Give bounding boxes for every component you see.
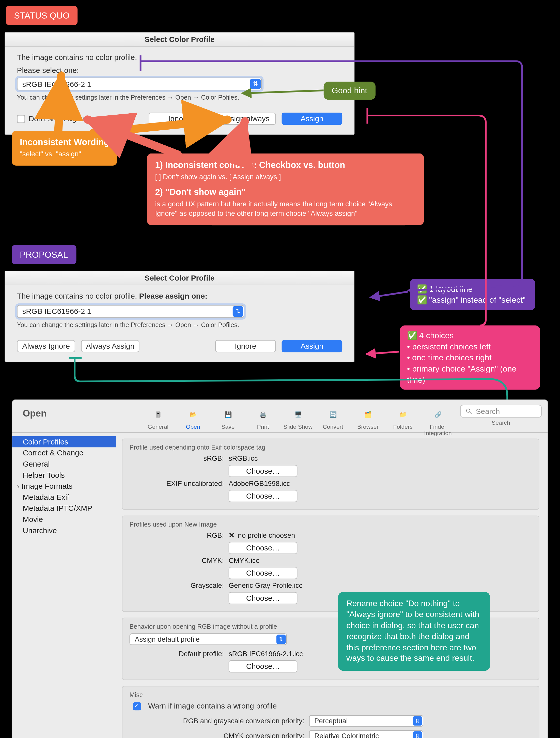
gray-key: Grayscale:: [129, 582, 228, 590]
exif-value: AdobeRGB1998.icc: [229, 479, 532, 487]
open-folder-icon: 📂: [185, 406, 201, 422]
purple-line-2: "assign" instead of "select": [417, 295, 528, 306]
red-body-2: is a good UX pattern but here it actuall…: [155, 199, 416, 218]
color-profile-select[interactable]: sRGB IEC61966-2.1 ⇅: [17, 77, 262, 90]
tool-convert[interactable]: 🔄Convert: [316, 405, 351, 436]
search-label: Search: [492, 419, 510, 426]
ignore-button[interactable]: Ignore: [149, 112, 209, 125]
cmyk-priority-key: CMYK conversion priority:: [129, 732, 305, 738]
svg-line-4: [470, 412, 472, 414]
sidebar-item-unarchive[interactable]: Unarchive: [12, 525, 116, 536]
preferences-search[interactable]: Search: [460, 405, 542, 417]
cmyk-value: CMYK.icc: [229, 556, 532, 565]
dialog-message-1: The image contains no color profile.: [17, 53, 343, 63]
default-profile-key: Default profile:: [129, 650, 228, 658]
red-title-2: 2) "Don't show again": [155, 186, 416, 198]
default-choose-button[interactable]: Choose…: [229, 660, 298, 672]
status-quo-dialog: Select Color Profile The image contains …: [5, 32, 355, 135]
sidebar-item-helper-tools[interactable]: Helper Tools: [12, 469, 116, 480]
exif-choose-button[interactable]: Choose…: [229, 490, 298, 502]
pink-b1: • persistent choices left: [407, 341, 533, 352]
tool-print[interactable]: 🖨️Print: [245, 405, 281, 436]
pink-b3: • primary choice "Assign" (one time): [407, 363, 533, 385]
srgb-key: sRGB:: [129, 454, 228, 462]
rgb-value: no profile choosen: [229, 531, 532, 539]
dialog-hint: You can change the settings later in the…: [17, 94, 343, 101]
tool-folders[interactable]: 📁Folders: [386, 405, 421, 436]
dont-show-again-checkbox[interactable]: Don't show again: [17, 114, 87, 123]
cmyk-key: CMYK:: [129, 556, 228, 565]
inconsistent-wording-annotation: Inconsistent Wording "select" vs. "assig…: [12, 131, 117, 166]
save-icon: 💾: [220, 406, 236, 422]
tool-open[interactable]: 📂Open: [175, 405, 211, 436]
preferences-window: Open 🎚️General 📂Open 💾Save 🖨️Print 🖥️Sli…: [12, 399, 548, 738]
red-annotation: 1) Inconsistent controls: Checkbox vs. b…: [147, 153, 424, 225]
good-hint-annotation: Good hint: [324, 82, 376, 100]
assign-always-button[interactable]: Assign always: [215, 112, 276, 125]
preferences-sidebar: Color Profiles Correct & Change General …: [12, 433, 116, 738]
tool-finder-integration[interactable]: 🔗Finder Integration: [421, 405, 456, 436]
checkbox-icon: [17, 115, 25, 123]
tool-browser[interactable]: 🗂️Browser: [351, 405, 386, 436]
red-title-1: 1) Inconsistent controls: Checkbox vs. b…: [155, 159, 416, 171]
tool-general[interactable]: 🎚️General: [140, 405, 175, 436]
dialog-title-proposal: Select Color Profile: [5, 271, 354, 285]
pink-annotation: 4 choices • persistent choices left • on…: [400, 326, 540, 390]
updown-icon: ⇅: [413, 716, 422, 726]
search-icon: [465, 408, 472, 415]
cmyk-priority-select[interactable]: Relative Colorimetric ⇅: [309, 730, 423, 738]
purple-line-1: 1 layout line: [417, 283, 528, 294]
tool-save[interactable]: 💾Save: [210, 405, 245, 436]
proposal-color-profile-value: sRGB IEC61966-2.1: [22, 307, 91, 315]
proposal-color-profile-select[interactable]: sRGB IEC61966-2.1 ⇅: [17, 305, 244, 317]
orange-title: Inconsistent Wording: [20, 136, 109, 148]
proposal-ignore-button[interactable]: Ignore: [215, 340, 276, 352]
slider-icon: 🎚️: [150, 406, 166, 422]
updown-icon: ⇅: [413, 731, 422, 738]
red-sub-1: [ ] Don't show again vs. [ Assign always…: [155, 172, 416, 182]
proposal-dialog: Select Color Profile The image contains …: [5, 271, 355, 362]
always-ignore-button[interactable]: Always Ignore: [17, 340, 75, 352]
panel4-heading: Misc: [129, 691, 532, 698]
rgb-choose-button[interactable]: Choose…: [229, 542, 298, 554]
sidebar-item-general[interactable]: General: [12, 458, 116, 470]
orange-sub: "select" vs. "assign": [20, 149, 109, 159]
proposal-assign-button[interactable]: Assign: [282, 340, 342, 352]
proposal-hint: You can change the settings later in the…: [17, 321, 343, 328]
sidebar-item-image-formats[interactable]: Image Formats: [12, 480, 116, 492]
dialog-message-2: Please select one:: [17, 65, 343, 75]
gray-choose-button[interactable]: Choose…: [229, 592, 298, 604]
slideshow-icon: 🖥️: [290, 406, 306, 422]
updown-icon: ⇅: [276, 635, 286, 644]
gray-value: Generic Gray Profile.icc: [229, 582, 532, 590]
folder-icon: 📁: [395, 406, 411, 422]
sidebar-item-movie[interactable]: Movie: [12, 514, 116, 525]
assign-button[interactable]: Assign: [282, 112, 342, 125]
rgb-priority-select[interactable]: Perceptual ⇅: [309, 715, 423, 727]
panel1-heading: Profile used depending onto Exif colorsp…: [129, 444, 532, 451]
behavior-select[interactable]: Assign default profile ⇅: [129, 633, 287, 645]
purple-annotation: 1 layout line "assign" instead of "selec…: [410, 279, 535, 310]
sidebar-item-metadata-iptc[interactable]: Metadata IPTC/XMP: [12, 503, 116, 514]
dont-show-again-label: Don't show again: [28, 114, 86, 123]
always-assign-button[interactable]: Always Assign: [81, 340, 139, 352]
pink-line-1: 4 choices: [407, 330, 533, 341]
sidebar-item-correct-change[interactable]: Correct & Change: [12, 447, 116, 458]
tool-slideshow[interactable]: 🖥️Slide Show: [281, 405, 316, 436]
proposal-msg-1: The image contains no color profile.: [17, 292, 137, 300]
browser-icon: 🗂️: [360, 406, 376, 422]
proposal-badge: PROPOSAL: [12, 245, 76, 264]
cmyk-choose-button[interactable]: Choose…: [229, 567, 298, 579]
color-profile-value: sRGB IEC61966-2.1: [22, 79, 91, 88]
panel2-heading: Profiles used upon New Image: [129, 521, 532, 528]
rgb-key: RGB:: [129, 531, 228, 539]
warn-checkbox[interactable]: [133, 702, 141, 710]
exif-key: EXIF uncalibrated:: [129, 479, 228, 487]
search-placeholder: Search: [476, 407, 500, 415]
sidebar-item-color-profiles[interactable]: Color Profiles: [12, 436, 116, 447]
pink-b2: • one time choices right: [407, 352, 533, 363]
srgb-choose-button[interactable]: Choose…: [229, 465, 298, 477]
sidebar-item-metadata-exif[interactable]: Metadata Exif: [12, 492, 116, 503]
teal-annotation: Rename choice "Do nothing" to "Always ig…: [338, 592, 490, 671]
panel-exif-colorspace: Profile used depending onto Exif colorsp…: [122, 439, 539, 510]
